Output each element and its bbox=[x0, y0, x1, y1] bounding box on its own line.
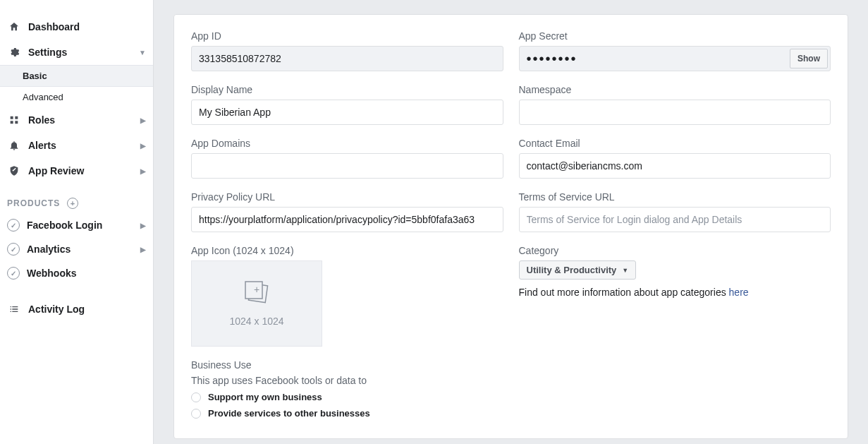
nav-label: Activity Log bbox=[28, 304, 85, 315]
nav-label: App Review bbox=[28, 165, 84, 176]
label-category: Category bbox=[519, 245, 831, 256]
chevron-right-icon: ▶ bbox=[140, 167, 146, 175]
input-app-id[interactable] bbox=[191, 46, 503, 71]
label-display-name: Display Name bbox=[191, 84, 503, 95]
app-icon-size: 1024 x 1024 bbox=[229, 316, 283, 327]
products-header: PRODUCTS + bbox=[0, 184, 153, 213]
input-app-secret[interactable] bbox=[519, 46, 831, 71]
nav-label: Alerts bbox=[28, 140, 56, 151]
chevron-right-icon: ▶ bbox=[140, 222, 146, 229]
product-label: Facebook Login bbox=[27, 220, 102, 231]
label-app-icon: App Icon (1024 x 1024) bbox=[191, 245, 503, 256]
chevron-down-icon: ▼ bbox=[139, 49, 146, 56]
nav-activity-log[interactable]: Activity Log bbox=[0, 298, 153, 320]
product-label: Analytics bbox=[27, 244, 71, 255]
field-business-use: Business Use This app uses Facebook tool… bbox=[191, 359, 503, 419]
category-info-link[interactable]: here bbox=[729, 287, 749, 298]
nav-settings-basic[interactable]: Basic bbox=[0, 65, 153, 87]
category-value: Utility & Productivity bbox=[527, 265, 617, 275]
app-icon-upload[interactable]: + 1024 x 1024 bbox=[191, 260, 322, 347]
nav-settings-advanced[interactable]: Advanced bbox=[0, 87, 153, 107]
field-privacy-url: Privacy Policy URL bbox=[191, 191, 503, 232]
product-analytics[interactable]: ✓ Analytics ▶ bbox=[0, 237, 153, 261]
radio-label: Provide services to other businesses bbox=[208, 408, 370, 419]
input-display-name[interactable] bbox=[191, 100, 503, 125]
field-tos-url: Terms of Service URL bbox=[519, 191, 831, 232]
sub-label: Advanced bbox=[23, 92, 63, 102]
nav-settings[interactable]: Settings ▼ bbox=[0, 40, 153, 65]
chevron-right-icon: ▶ bbox=[140, 116, 146, 124]
label-namespace: Namespace bbox=[519, 84, 831, 95]
chevron-right-icon: ▶ bbox=[140, 246, 146, 253]
bell-icon bbox=[7, 138, 21, 152]
radio-own-business[interactable]: Support my own business bbox=[191, 392, 503, 402]
product-facebook-login[interactable]: ✓ Facebook Login ▶ bbox=[0, 213, 153, 237]
business-use-desc: This app uses Facebook tools or data to bbox=[191, 375, 503, 386]
radio-icon bbox=[191, 409, 201, 419]
label-app-id: App ID bbox=[191, 30, 503, 42]
sub-label: Basic bbox=[23, 71, 47, 81]
field-app-icon: App Icon (1024 x 1024) + 1024 x 1024 bbox=[191, 245, 503, 347]
field-display-name: Display Name bbox=[191, 84, 503, 125]
nav-label: Dashboard bbox=[28, 21, 80, 32]
field-namespace: Namespace bbox=[519, 84, 831, 125]
chevron-right-icon: ▶ bbox=[140, 142, 146, 150]
nav-alerts[interactable]: Alerts ▶ bbox=[0, 133, 153, 158]
nav-label: Settings bbox=[28, 47, 67, 58]
input-contact-email[interactable] bbox=[519, 153, 831, 179]
nav-app-review[interactable]: App Review ▶ bbox=[0, 158, 153, 184]
roles-icon bbox=[7, 113, 21, 127]
label-tos-url: Terms of Service URL bbox=[519, 191, 831, 203]
image-upload-icon: + bbox=[240, 280, 274, 308]
input-privacy-url[interactable] bbox=[191, 207, 503, 232]
label-business-use: Business Use bbox=[191, 359, 503, 371]
settings-card: App ID App Secret Show Display Name Name… bbox=[173, 14, 848, 439]
caret-down-icon: ▼ bbox=[622, 267, 628, 274]
product-webhooks[interactable]: ✓ Webhooks bbox=[0, 261, 153, 285]
input-tos-url[interactable] bbox=[519, 207, 831, 232]
check-circle-icon: ✓ bbox=[7, 219, 20, 232]
nav-label: Roles bbox=[28, 114, 55, 126]
input-namespace[interactable] bbox=[519, 100, 831, 125]
gear-icon bbox=[7, 45, 21, 59]
products-label: PRODUCTS bbox=[7, 198, 60, 208]
nav-dashboard[interactable]: Dashboard bbox=[0, 14, 153, 40]
radio-icon bbox=[191, 392, 201, 402]
show-secret-button[interactable]: Show bbox=[790, 49, 828, 68]
category-info-text: Find out more information about app cate… bbox=[519, 287, 729, 298]
field-category: Category Utility & Productivity ▼ Find o… bbox=[519, 245, 831, 347]
field-app-domains: App Domains bbox=[191, 138, 503, 179]
label-app-domains: App Domains bbox=[191, 138, 503, 149]
nav-roles[interactable]: Roles ▶ bbox=[0, 107, 153, 133]
field-app-secret: App Secret Show bbox=[519, 30, 831, 71]
sidebar: Dashboard Settings ▼ Basic Advanced Role… bbox=[0, 0, 154, 444]
plus-icon[interactable]: + bbox=[67, 198, 78, 209]
shield-icon bbox=[7, 164, 21, 178]
field-app-id: App ID bbox=[191, 30, 503, 71]
check-circle-icon: ✓ bbox=[7, 267, 20, 280]
main-content: App ID App Secret Show Display Name Name… bbox=[154, 0, 868, 444]
radio-other-businesses[interactable]: Provide services to other businesses bbox=[191, 408, 503, 419]
category-info: Find out more information about app cate… bbox=[519, 287, 831, 298]
label-contact-email: Contact Email bbox=[519, 138, 831, 149]
input-app-domains[interactable] bbox=[191, 153, 503, 179]
label-app-secret: App Secret bbox=[519, 30, 831, 42]
check-circle-icon: ✓ bbox=[7, 243, 20, 256]
home-icon bbox=[7, 20, 21, 34]
radio-label: Support my own business bbox=[208, 392, 322, 402]
field-contact-email: Contact Email bbox=[519, 138, 831, 179]
svg-text:+: + bbox=[254, 284, 259, 295]
list-icon bbox=[7, 304, 21, 315]
product-label: Webhooks bbox=[27, 268, 77, 279]
category-dropdown[interactable]: Utility & Productivity ▼ bbox=[519, 260, 637, 280]
label-privacy-url: Privacy Policy URL bbox=[191, 191, 503, 203]
